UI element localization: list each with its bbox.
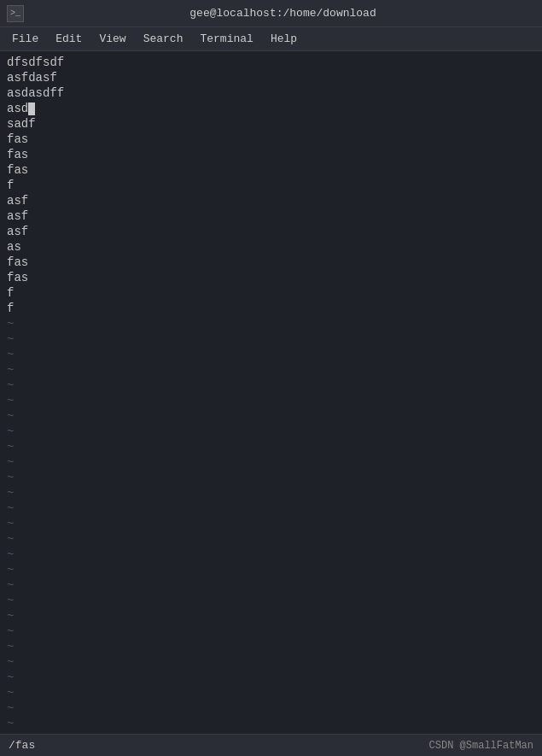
tilde-line: ~ [7, 716, 535, 731]
tilde-line: ~ [7, 470, 535, 485]
tilde-line: ~ [7, 685, 535, 700]
tilde-line: ~ [7, 670, 535, 685]
tilde-line: ~ [7, 516, 535, 531]
menu-item-edit[interactable]: Edit [47, 31, 90, 47]
editor-line: f [7, 301, 535, 316]
tilde-line: ~ [7, 654, 535, 670]
editor-line: dfsdfsdf [7, 55, 535, 70]
tilde-line: ~ [7, 700, 535, 716]
editor-line: fas [7, 132, 535, 147]
tilde-line: ~ [7, 531, 535, 547]
status-command: /fas [9, 739, 35, 752]
editor-line: asf [7, 224, 535, 239]
menu-item-terminal[interactable]: Terminal [191, 31, 261, 47]
tilde-line: ~ [7, 593, 535, 608]
tilde-line: ~ [7, 608, 535, 624]
editor-line: fas [7, 255, 535, 270]
tilde-line: ~ [7, 562, 535, 577]
status-bar: /fas CSDN @SmallFatMan [0, 734, 542, 756]
tilde-line: ~ [7, 501, 535, 516]
tilde-line: ~ [7, 485, 535, 501]
tilde-line: ~ [7, 408, 535, 424]
terminal-icon: >_ [7, 5, 24, 22]
tilde-line: ~ [7, 362, 535, 378]
menu-item-view[interactable]: View [90, 31, 134, 47]
menu-bar: FileEditViewSearchTerminalHelp [0, 27, 542, 51]
tilde-line: ~ [7, 331, 535, 347]
editor-line: f [7, 178, 535, 193]
editor-line: asd [7, 101, 535, 116]
editor-line: asf [7, 208, 535, 224]
tilde-line: ~ [7, 577, 535, 593]
text-cursor [28, 103, 35, 115]
title-bar: >_ gee@localhost:/home/download [0, 0, 542, 27]
editor-line: f [7, 285, 535, 301]
tilde-line: ~ [7, 547, 535, 562]
window-title: gee@localhost:/home/download [31, 7, 535, 20]
status-info: CSDN @SmallFatMan [429, 740, 533, 752]
menu-item-search[interactable]: Search [135, 31, 192, 47]
tilde-line: ~ [7, 393, 535, 408]
editor-area[interactable]: dfsdfsdfasfdasfasdasdffasdsadffasfasfasf… [0, 51, 542, 734]
tilde-line: ~ [7, 378, 535, 393]
menu-item-help[interactable]: Help [262, 31, 306, 47]
tilde-line: ~ [7, 624, 535, 639]
tilde-line: ~ [7, 347, 535, 362]
editor-line: asdasdff [7, 85, 535, 101]
editor-line: asfdasf [7, 70, 535, 85]
editor-line: fas [7, 270, 535, 285]
editor-line: fas [7, 147, 535, 162]
tilde-line: ~ [7, 639, 535, 654]
tilde-line: ~ [7, 439, 535, 454]
editor-line: sadf [7, 116, 535, 132]
tilde-line: ~ [7, 454, 535, 470]
tilde-line: ~ [7, 424, 535, 439]
tilde-line: ~ [7, 316, 535, 331]
editor-line: asf [7, 193, 535, 208]
editor-line: as [7, 239, 535, 255]
editor-line: fas [7, 162, 535, 178]
menu-item-file[interactable]: File [3, 31, 47, 47]
